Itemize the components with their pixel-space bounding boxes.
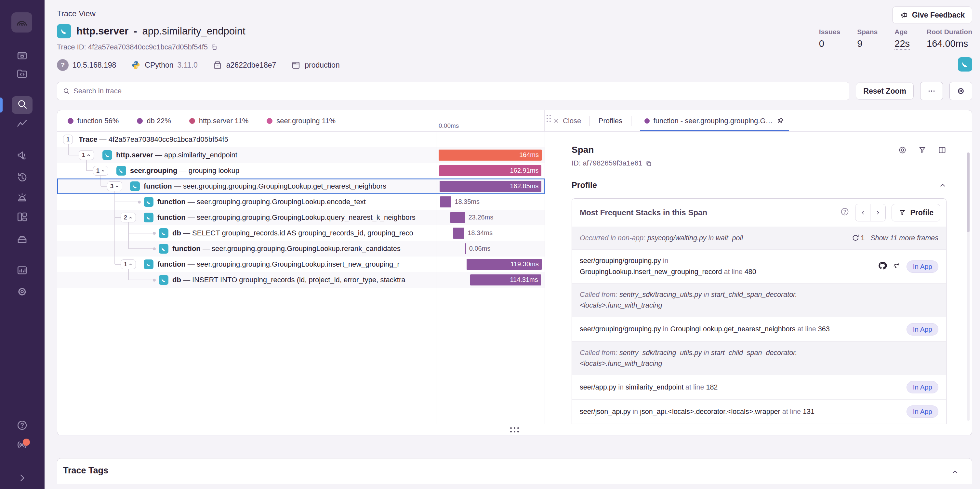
issues-icon xyxy=(16,49,28,63)
stacktrace-link-icon[interactable] xyxy=(892,261,900,272)
project-seer-icon xyxy=(57,24,71,38)
search-input[interactable] xyxy=(73,87,844,95)
explore-icon xyxy=(16,68,28,81)
meta-release[interactable]: a2622dbe18e7 xyxy=(213,60,276,70)
span-description: function — seer.grouping.grouping.Groupi… xyxy=(144,182,434,191)
legend-dot xyxy=(189,118,195,124)
children-count-badge[interactable]: 1 xyxy=(121,260,136,269)
duration-bar[interactable]: 114.31ms xyxy=(470,274,541,285)
duration-bar[interactable] xyxy=(453,228,465,239)
sidebar-item-feedback[interactable] xyxy=(12,149,32,163)
duration-bar[interactable] xyxy=(450,212,465,223)
sidebar-item-explore[interactable] xyxy=(12,67,32,81)
in-app-badge[interactable]: In App xyxy=(907,405,939,418)
reset-zoom-button[interactable]: Reset Zoom xyxy=(856,83,914,99)
span-row-http.server[interactable]: 1http.server — app.similarity_endpoint16… xyxy=(57,147,545,163)
stat-root-duration: Root Duration164.00ms xyxy=(927,28,972,51)
detail-scrollbar[interactable] xyxy=(967,153,970,421)
search-in-trace xyxy=(57,82,849,100)
help-icon[interactable] xyxy=(840,207,849,218)
more-options-button[interactable] xyxy=(920,82,943,100)
legend-item-seer-grouping[interactable]: seer.grouping 11% xyxy=(267,117,336,125)
active-route-indicator xyxy=(0,97,3,113)
prev-stack-button[interactable] xyxy=(856,204,870,221)
refresh-icon xyxy=(851,233,859,243)
detail-tab-bar: Close Profiles function - seer.grouping.… xyxy=(545,110,972,131)
sentry-logo[interactable] xyxy=(11,12,32,32)
project-seer-icon-right[interactable] xyxy=(958,57,972,72)
next-stack-button[interactable] xyxy=(870,204,885,221)
span-row-function[interactable]: 1function — seer.grouping.grouping.Group… xyxy=(57,256,545,272)
sidebar-item-replays[interactable] xyxy=(12,171,32,185)
duration-bar[interactable] xyxy=(440,196,452,207)
sidebar-item-releases[interactable] xyxy=(12,233,32,247)
stacks-card-title: Most Frequent Stacks in this Span xyxy=(580,208,707,217)
span-description: function — seer.grouping.grouping.Groupi… xyxy=(158,260,434,269)
in-app-badge[interactable]: In App xyxy=(907,381,939,393)
meta-environment[interactable]: production xyxy=(291,60,339,70)
show-more-frames-link[interactable]: Show 11 more frames xyxy=(870,234,939,242)
children-count-badge[interactable]: 1 xyxy=(63,135,73,144)
panel-resize-handle[interactable] xyxy=(547,115,551,122)
span-row-Trace[interactable]: 1Trace — 4f2a57ea703840cc9c1bca7d05bf54f… xyxy=(57,132,545,147)
span-row-seer.grouping[interactable]: 1seer.grouping — grouping lookup162.91ms xyxy=(57,163,545,178)
column-divider-tree-bars[interactable] xyxy=(436,132,436,424)
pin-icon[interactable] xyxy=(777,117,784,125)
filter-icon[interactable] xyxy=(918,146,927,155)
sidebar-item-stats[interactable] xyxy=(12,264,32,278)
most-frequent-stacks-card: Most Frequent Stacks in this Span Profil… xyxy=(572,198,947,424)
meta-user[interactable]: ? 10.5.168.198 xyxy=(57,59,116,71)
project-seer-icon xyxy=(159,275,169,285)
tree-connector-dot xyxy=(153,279,156,282)
duration-bar[interactable]: 162.91ms xyxy=(439,165,541,176)
span-row-function[interactable]: 3function — seer.grouping.grouping.Group… xyxy=(57,178,545,194)
github-icon[interactable] xyxy=(878,261,887,272)
legend-item-db[interactable]: db 22% xyxy=(137,117,171,125)
legend-item-http-server[interactable]: http.server 11% xyxy=(189,117,248,125)
project-seer-icon xyxy=(102,150,112,160)
sidebar-item-dashboards[interactable] xyxy=(12,211,32,225)
tab-profiles[interactable]: Profiles xyxy=(598,117,622,125)
sidebar-item-search[interactable] xyxy=(12,96,32,114)
sidebar-item-broadcast[interactable] xyxy=(12,439,32,453)
sidebar-item-insights[interactable] xyxy=(12,117,32,132)
tab-active-span[interactable]: function - seer.grouping.grouping.G… xyxy=(640,110,789,131)
duration-bar[interactable]: 119.30ms xyxy=(466,259,541,270)
sidebar-item-help[interactable] xyxy=(12,419,32,433)
ops-legend: function 56%db 22%http.server 11%seer.gr… xyxy=(57,110,436,131)
sidebar-item-sidebar-expand[interactable] xyxy=(12,472,32,486)
repeat-count: 1 xyxy=(851,233,865,243)
in-app-badge[interactable]: In App xyxy=(907,323,939,336)
sidebar-item-alerts[interactable] xyxy=(12,191,32,205)
sidebar-item-settings[interactable] xyxy=(12,285,32,300)
legend-item-function[interactable]: function 56% xyxy=(68,117,119,125)
span-row-function[interactable]: 2function — seer.grouping.grouping.Group… xyxy=(57,210,545,225)
span-description: db — INSERT INTO grouping_records (id, p… xyxy=(172,276,434,284)
stack-frame-row: seer/app.py in similarity_endpoint at li… xyxy=(572,375,946,399)
meta-runtime[interactable]: CPython 3.11.0 xyxy=(131,60,197,70)
chevron-up-icon[interactable] xyxy=(939,182,947,189)
page-title-op: http.server xyxy=(76,25,129,37)
trace-settings-button[interactable] xyxy=(950,82,972,100)
sidebar-item-issues[interactable] xyxy=(12,49,32,63)
focus-span-icon[interactable] xyxy=(898,146,907,155)
layout-columns-icon[interactable] xyxy=(938,146,947,155)
duration-bar[interactable]: 164ms xyxy=(439,150,542,161)
ellipsis-icon xyxy=(928,87,936,95)
children-count-badge[interactable]: 2 xyxy=(121,213,136,222)
project-seer-icon xyxy=(144,260,153,269)
children-count-badge[interactable]: 1 xyxy=(79,150,94,160)
runtime-version: 3.11.0 xyxy=(178,61,198,70)
give-feedback-button[interactable]: Give Feedback xyxy=(892,6,972,24)
children-count-badge[interactable]: 3 xyxy=(107,182,122,191)
panel-height-resize-handle[interactable] xyxy=(510,427,519,432)
close-panel-tab[interactable]: Close xyxy=(553,117,581,125)
duration-bar[interactable] xyxy=(465,243,466,254)
children-count-badge[interactable]: 1 xyxy=(93,166,108,175)
copy-icon[interactable] xyxy=(645,160,652,167)
in-app-badge[interactable]: In App xyxy=(907,260,939,273)
legend-dot xyxy=(137,118,143,124)
copy-icon[interactable] xyxy=(210,43,218,51)
duration-bar[interactable]: 162.85ms xyxy=(440,181,542,192)
open-profile-button[interactable]: Profile xyxy=(892,204,940,221)
